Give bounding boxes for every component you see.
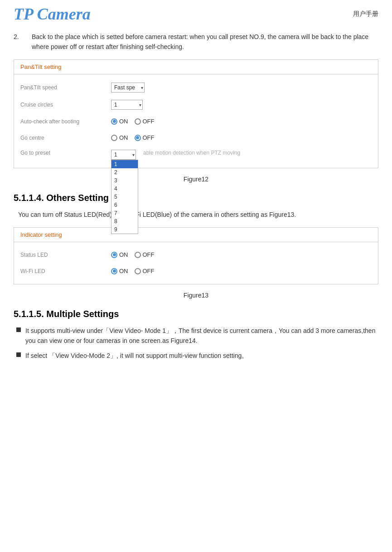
status-led-off[interactable]: OFF [135, 251, 155, 258]
pan-tilt-speed-control[interactable]: Fast spe ▾ [111, 83, 145, 93]
status-led-control: ON OFF [111, 251, 155, 258]
radio-on-icon[interactable] [111, 135, 117, 141]
radio-off-icon[interactable] [135, 252, 141, 258]
radio-off-icon[interactable] [135, 118, 141, 125]
cruise-circles-select[interactable]: 1 ▾ [111, 100, 143, 110]
bullet-item-1: It supports multi-view under「View Video-… [16, 326, 378, 346]
dropdown-arrow-icon: ▾ [132, 152, 135, 157]
go-centre-on[interactable]: ON [111, 134, 128, 141]
cruise-circles-value: 1 [114, 102, 117, 108]
section-511-5-bullets: It supports multi-view under「View Video-… [14, 326, 378, 361]
cruise-circles-row: Cruise circles 1 ▾ [20, 96, 372, 113]
indicator-panel: Indicator setting Status LED ON OFF Wi-F… [14, 227, 378, 284]
go-to-preset-control[interactable]: 1 ▾ 1 2 3 4 5 6 7 8 9 able mot [111, 150, 240, 160]
preset-option-9[interactable]: 9 [111, 225, 138, 234]
preset-option-3[interactable]: 3 [111, 176, 138, 185]
wifi-led-on-label: ON [119, 268, 128, 274]
go-centre-row: Go centre ON OFF [20, 130, 372, 146]
numbered-item-2: 2. Back to the place which is setted bef… [14, 32, 378, 52]
go-centre-on-label: ON [119, 134, 128, 141]
go-centre-off[interactable]: OFF [135, 134, 155, 141]
logo: TP Camera [14, 5, 91, 24]
auto-check-row: Auto-check after booting ON OFF [20, 113, 372, 130]
preset-option-1[interactable]: 1 [111, 160, 138, 168]
radio-off-icon[interactable] [135, 135, 141, 141]
cruise-circles-label: Cruise circles [20, 102, 111, 108]
select-arrow-icon: ▾ [141, 85, 143, 90]
pan-tilt-speed-row: Pan&Tilt speed Fast spe ▾ [20, 79, 372, 96]
go-to-preset-label: Go to preset [20, 150, 111, 156]
go-to-preset-dropdown[interactable]: 1 ▾ 1 2 3 4 5 6 7 8 9 [111, 150, 136, 160]
pan-tilt-speed-label: Pan&Tilt speed [20, 84, 111, 91]
bullet-2-text: If select 「View Video-Mode 2」, it will n… [25, 351, 248, 361]
status-led-row: Status LED ON OFF [20, 247, 372, 263]
pan-tilt-speed-value: Fast spe [114, 84, 135, 91]
auto-check-off[interactable]: OFF [135, 118, 155, 125]
radio-on-icon[interactable] [111, 268, 117, 274]
auto-check-control: ON OFF [111, 118, 155, 125]
radio-off-icon[interactable] [135, 268, 141, 274]
preset-option-8[interactable]: 8 [111, 217, 138, 225]
go-centre-off-label: OFF [143, 134, 155, 141]
preset-option-7[interactable]: 7 [111, 209, 138, 217]
section-511-4-heading: 5.1.1.4. Others Setting [14, 193, 378, 203]
bullet-icon [16, 327, 21, 332]
pan-tilt-panel-body: Pan&Tilt speed Fast spe ▾ Cruise circles… [14, 74, 378, 168]
go-centre-control: ON OFF [111, 134, 155, 141]
wifi-led-off-label: OFF [143, 268, 155, 274]
bullet-item-2: If select 「View Video-Mode 2」, it will n… [16, 351, 378, 361]
radio-on-icon[interactable] [111, 118, 117, 125]
preset-option-6[interactable]: 6 [111, 201, 138, 209]
bullet-1-text: It supports multi-view under「View Video-… [25, 326, 378, 346]
go-to-preset-list[interactable]: 1 2 3 4 5 6 7 8 9 [111, 160, 138, 234]
wifi-led-on[interactable]: ON [111, 268, 128, 274]
indicator-panel-body: Status LED ON OFF Wi-Fi LED ON [14, 242, 378, 284]
preset-note: able motion detection when PTZ moving [143, 150, 240, 156]
bullet-icon [16, 352, 21, 357]
section-511-5-heading: 5.1.1.5. Multiple Settings [14, 309, 378, 319]
item-content: Back to the place which is setted before… [32, 32, 378, 52]
pan-tilt-panel: Pan&Tilt setting Pan&Tilt speed Fast spe… [14, 59, 378, 168]
section-511-4-para: You can turn off Status LED(Red) and Wi-… [14, 210, 378, 220]
status-led-on[interactable]: ON [111, 251, 128, 258]
auto-check-label: Auto-check after booting [20, 118, 111, 125]
go-to-preset-row: Go to preset 1 ▾ 1 2 3 4 5 6 7 [20, 146, 372, 163]
page-header: TP Camera 用户手册 [14, 5, 378, 24]
go-centre-label: Go centre [20, 135, 111, 141]
figure13-caption: Figure13 [14, 292, 378, 299]
indicator-panel-title: Indicator setting [14, 228, 378, 242]
wifi-led-control: ON OFF [111, 268, 155, 274]
pan-tilt-panel-title: Pan&Tilt setting [14, 60, 378, 74]
status-led-label: Status LED [20, 252, 111, 258]
wifi-led-off[interactable]: OFF [135, 268, 155, 274]
cruise-circles-control[interactable]: 1 ▾ [111, 100, 143, 110]
wifi-led-row: Wi-Fi LED ON OFF [20, 263, 372, 279]
auto-check-on-label: ON [119, 118, 128, 125]
go-to-preset-value: 1 [114, 151, 117, 158]
pan-tilt-speed-select[interactable]: Fast spe ▾ [111, 83, 145, 93]
status-led-on-label: ON [119, 251, 128, 258]
go-to-preset-select[interactable]: 1 ▾ [111, 150, 136, 160]
preset-option-5[interactable]: 5 [111, 193, 138, 201]
status-led-off-label: OFF [143, 251, 155, 258]
wifi-led-label: Wi-Fi LED [20, 268, 111, 274]
figure12-caption: Figure12 [14, 176, 378, 183]
preset-option-4[interactable]: 4 [111, 185, 138, 193]
auto-check-on[interactable]: ON [111, 118, 128, 125]
auto-check-off-label: OFF [143, 118, 155, 125]
item-number: 2. [14, 32, 32, 52]
select-arrow-icon: ▾ [139, 102, 141, 107]
preset-option-2[interactable]: 2 [111, 168, 138, 176]
radio-on-icon[interactable] [111, 252, 117, 258]
subtitle: 用户手册 [353, 10, 378, 18]
